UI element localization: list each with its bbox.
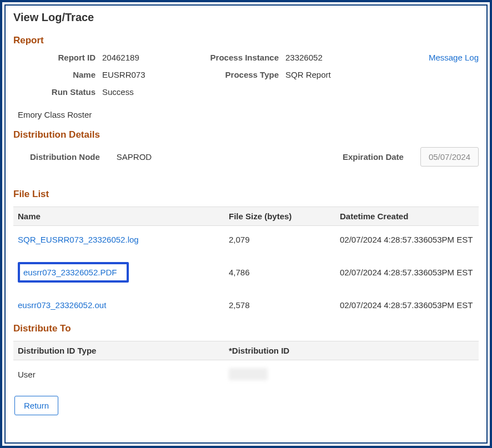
distribute-header-id: *Distribution ID (229, 346, 474, 355)
file-datetime: 02/07/2024 4:28:57.336053PM EST (340, 235, 474, 244)
file-list-row: eusrr073_23326052.out2,57802/07/2024 4:2… (13, 291, 479, 319)
expiration-date-label: Expiration Date (343, 152, 410, 162)
distribute-id (229, 368, 474, 380)
file-link[interactable]: SQR_EUSRR073_23326052.log (18, 235, 139, 244)
file-size: 2,578 (229, 300, 340, 310)
file-size: 4,786 (229, 268, 340, 277)
report-id-value: 20462189 (102, 53, 191, 62)
file-link[interactable]: eusrr073_23326052.out (18, 300, 106, 310)
report-name-label: Name (24, 70, 102, 79)
page-title: View Log/Trace (13, 11, 479, 24)
message-log-link[interactable]: Message Log (363, 53, 479, 62)
distribute-to-title: Distribute To (13, 323, 479, 334)
process-type-label: Process Type (191, 70, 285, 79)
file-link[interactable]: eusrr073_23326052.PDF (23, 268, 117, 277)
file-datetime: 02/07/2024 4:28:57.336053PM EST (340, 268, 474, 277)
file-list-header-size: File Size (bytes) (229, 212, 340, 221)
expiration-date-value: 05/07/2024 (420, 147, 479, 167)
run-status-value: Success (102, 87, 191, 97)
distribute-header-type: Distribution ID Type (18, 346, 229, 355)
file-list-title: File List (13, 189, 479, 200)
report-id-label: Report ID (24, 53, 102, 62)
distribution-node-label: Distribution Node (30, 152, 107, 162)
distribute-type: User (18, 370, 229, 379)
distribution-node-value: SAPROD (117, 152, 152, 162)
report-section-title: Report (13, 35, 479, 46)
return-button[interactable]: Return (14, 396, 58, 415)
file-list-header-name: Name (18, 212, 229, 221)
report-description: Emory Class Roster (18, 110, 479, 119)
file-list-row: eusrr073_23326052.PDF4,78602/07/2024 4:2… (13, 253, 479, 291)
distribution-details-title: Distribution Details (13, 129, 479, 140)
distribution-row: Distribution Node SAPROD Expiration Date… (30, 147, 479, 167)
report-name-value: EUSRR073 (102, 70, 191, 79)
process-type-value: SQR Report (285, 70, 363, 79)
process-instance-value: 23326052 (285, 53, 363, 62)
file-list-row: SQR_EUSRR073_23326052.log2,07902/07/2024… (13, 226, 479, 253)
run-status-label: Run Status (24, 87, 102, 97)
file-list-table: Name File Size (bytes) Datetime Created … (13, 207, 479, 319)
file-list-header-datetime: Datetime Created (340, 212, 474, 221)
file-datetime: 02/07/2024 4:28:57.336053PM EST (340, 300, 474, 310)
report-summary: Report ID 20462189 Process Instance 2332… (24, 53, 479, 97)
distribute-row: User (13, 360, 479, 388)
file-size: 2,079 (229, 235, 340, 244)
process-instance-label: Process Instance (191, 53, 285, 62)
